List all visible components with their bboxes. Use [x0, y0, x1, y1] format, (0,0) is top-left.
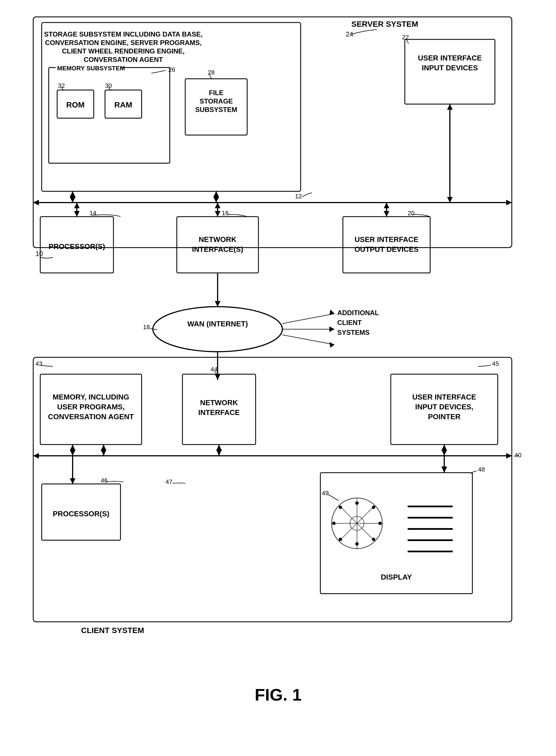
svg-marker-30 — [384, 202, 389, 208]
svg-marker-31 — [384, 211, 389, 217]
ui-input-label1: USER INTERFACE — [418, 54, 482, 62]
svg-marker-9 — [33, 200, 39, 205]
svg-line-35 — [282, 314, 335, 324]
wan-num: 18 — [143, 324, 150, 331]
svg-marker-10 — [506, 200, 512, 205]
svg-point-74 — [332, 522, 336, 525]
processor-client-num: 46 — [101, 477, 108, 484]
fig-label: FIG. 1 — [254, 685, 302, 704]
svg-marker-61 — [442, 450, 447, 456]
svg-rect-2 — [49, 68, 170, 163]
network-interface-label2: INTERFACE(S) — [192, 245, 243, 254]
display-icon-num: 49 — [322, 490, 328, 497]
ram-label: RAM — [114, 101, 132, 109]
client-bus-num: 40 — [515, 452, 521, 459]
ui-output-label1: USER INTERFACE — [354, 235, 418, 244]
svg-marker-12 — [70, 197, 75, 202]
ui-output-num: 20 — [408, 210, 414, 217]
storage-label-line2: CONVERSATION ENGINE, SERVER PROGRAMS, — [45, 39, 202, 46]
svg-marker-23 — [74, 211, 80, 217]
additional-client-label2: CLIENT — [337, 319, 362, 326]
wan-label1: WAN (INTERNET) — [187, 319, 248, 328]
memory-subsystem-num: 26 — [168, 66, 175, 73]
svg-marker-33 — [215, 301, 220, 307]
display-label: DISPLAY — [381, 573, 412, 581]
file-storage-num: 28 — [208, 69, 214, 76]
ni-client-label1: NETWORK — [200, 399, 238, 407]
ui-input-num: 22 — [402, 34, 409, 41]
svg-marker-13 — [70, 191, 75, 197]
file-storage-label3: SUBSYSTEM — [195, 106, 237, 113]
svg-marker-63 — [70, 478, 75, 484]
processor-label: PROCESSOR(S) — [48, 242, 105, 251]
storage-label-line4: CONVERSATION AGENT — [83, 56, 163, 63]
server-system-label: SERVER SYSTEM — [351, 20, 418, 28]
memory-subsystem-label: MEMORY SUBSYSTEM — [57, 65, 125, 72]
ui-input-label2: INPUT DEVICES — [422, 64, 478, 72]
processor-num: 14 — [90, 210, 96, 217]
network-interface-label1: NETWORK — [199, 235, 237, 244]
svg-point-72 — [355, 501, 359, 505]
memory-user-label2: USER PROGRAMS, — [57, 403, 125, 411]
storage-label-line3: CLIENT WHEEL RENDERING ENGINE, — [62, 47, 185, 55]
svg-marker-15 — [213, 197, 219, 202]
svg-rect-80 — [405, 495, 455, 557]
client-outer-num2: 45 — [492, 360, 499, 367]
svg-point-76 — [339, 505, 342, 509]
ni-client-label2: INTERFACE — [198, 408, 240, 417]
client-system-label: CLIENT SYSTEM — [81, 626, 144, 635]
processor-client-label: PROCESSOR(S) — [53, 509, 109, 518]
additional-client-label3: SYSTEMS — [337, 329, 370, 336]
ni-client-num: 44 — [211, 366, 217, 373]
network-interface-num: 16 — [222, 210, 229, 217]
svg-marker-38 — [329, 326, 335, 332]
rom-label: ROM — [66, 101, 84, 109]
svg-marker-87 — [442, 466, 447, 473]
svg-rect-24 — [177, 217, 258, 273]
main-diagram: SERVER SYSTEM 24 STORAGE SUBSYSTEM INCLU… — [25, 11, 531, 729]
client-bus-inner-num: 47 — [166, 478, 172, 485]
svg-marker-48 — [33, 453, 39, 459]
svg-line-39 — [282, 335, 335, 345]
svg-rect-28 — [343, 217, 430, 273]
svg-point-34 — [153, 307, 282, 352]
svg-marker-27 — [215, 211, 220, 217]
ui-input-ptr-label3: POINTER — [428, 412, 460, 421]
additional-client-label1: ADDITIONAL — [337, 309, 379, 316]
svg-marker-40 — [329, 342, 335, 348]
file-storage-label1: FILE — [209, 89, 223, 97]
display-num: 48 — [478, 466, 485, 473]
svg-point-75 — [378, 522, 382, 525]
svg-marker-36 — [329, 309, 335, 315]
svg-point-73 — [355, 542, 359, 545]
svg-marker-52 — [70, 450, 75, 456]
svg-marker-43 — [215, 374, 220, 380]
client-outer-num: 43 — [35, 360, 42, 367]
svg-marker-16 — [213, 191, 219, 197]
svg-marker-49 — [506, 453, 512, 459]
ui-output-label2: OUTPUT DEVICES — [354, 245, 418, 254]
ui-input-ptr-label1: USER INTERFACE — [412, 393, 476, 401]
svg-point-79 — [339, 538, 342, 541]
memory-user-label1: MEMORY, INCLUDING — [53, 393, 129, 401]
ram-num: 30 — [105, 82, 112, 89]
storage-label-line1: STORAGE SUBSYSTEM INCLUDING DATA BASE, — [44, 30, 202, 38]
memory-user-label3: CONVERSATION AGENT — [48, 412, 134, 421]
ui-input-ptr-label2: INPUT DEVICES, — [415, 403, 473, 411]
outer-system-num: 10 — [35, 250, 43, 258]
svg-point-78 — [372, 505, 375, 509]
svg-marker-55 — [101, 450, 106, 456]
svg-point-77 — [372, 538, 375, 541]
svg-marker-18 — [447, 197, 453, 202]
svg-marker-19 — [447, 104, 453, 110]
svg-marker-22 — [74, 202, 80, 208]
bus-num: 12 — [295, 193, 302, 200]
svg-marker-26 — [215, 202, 220, 208]
file-storage-label2: STORAGE — [199, 97, 233, 105]
svg-marker-58 — [216, 450, 222, 456]
rom-num: 32 — [58, 82, 65, 89]
